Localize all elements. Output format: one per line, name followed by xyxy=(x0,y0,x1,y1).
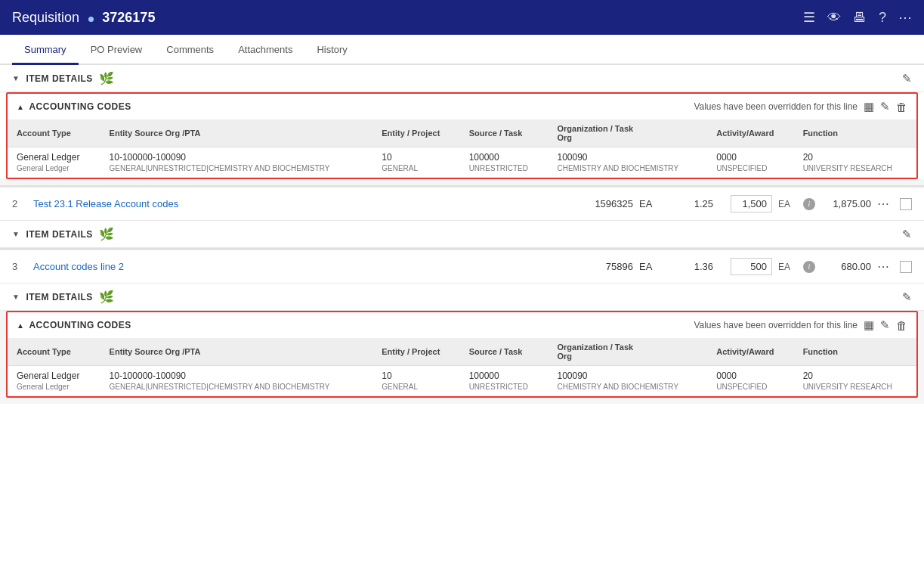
item-details-header-2: ▼ ITEM DETAILS 🌿 ✎ xyxy=(0,221,924,248)
line-qty-box-3 xyxy=(719,258,772,275)
col-entity-src-1: Entity Source Org /PTA xyxy=(100,119,373,147)
line-checkbox-3[interactable] xyxy=(900,261,912,273)
acct-edit-icon-2[interactable]: ✎ xyxy=(880,318,890,332)
item-details-icon-1: 🌿 xyxy=(99,71,115,85)
accounting-label-2: ▲ ACCOUNTING CODES xyxy=(17,320,131,330)
line-more-2[interactable]: ⋯ xyxy=(877,197,891,211)
accounting-table-2: Account Type Entity Source Org /PTA Enti… xyxy=(8,338,916,396)
menu-icon[interactable]: ☰ xyxy=(803,9,815,26)
acct-delete-icon-1[interactable]: 🗑 xyxy=(896,101,907,113)
line-qty-input-2[interactable] xyxy=(731,195,772,212)
col-function-1: Function xyxy=(794,119,916,147)
col-function-2: Function xyxy=(794,338,916,366)
accounting-header-right-1: Values have been overridden for this lin… xyxy=(694,100,907,113)
requisition-number: 3726175 xyxy=(102,10,155,25)
line-row-2: 2 Test 23.1 Release Account codes 159632… xyxy=(0,188,924,221)
activity-cell-2: 0000 UNSPECIFIED xyxy=(707,366,793,396)
line-name-2[interactable]: Test 23.1 Release Account codes xyxy=(33,198,559,209)
acct-copy-icon-1[interactable]: ▦ xyxy=(864,100,874,113)
line-name-3[interactable]: Account codes line 2 xyxy=(33,261,559,272)
source-task-cell-2: 100000 UNRESTRICTED xyxy=(460,366,549,396)
line-qty-uom-2: EA xyxy=(778,199,797,209)
line-qty-uom-3: EA xyxy=(778,262,797,272)
line-catalog-2: 1596325 xyxy=(565,198,633,209)
acct-edit-icon-1[interactable]: ✎ xyxy=(880,100,890,113)
collapse-icon-3[interactable]: ▼ xyxy=(12,293,20,301)
more-options-icon[interactable]: ⋯ xyxy=(898,9,912,26)
app-header: Requisition 3726175 ☰ 👁 🖶 ? ⋯ xyxy=(0,0,924,35)
acct-type-cell-2: General Ledger General Ledger xyxy=(8,366,100,396)
tab-attachments[interactable]: Attachments xyxy=(226,35,304,65)
collapse-icon-2[interactable]: ▼ xyxy=(12,230,20,238)
item-details-edit-1[interactable]: ✎ xyxy=(902,72,912,85)
col-activity-2: Activity/Award xyxy=(707,338,793,366)
accounting-header-2: ▲ ACCOUNTING CODES Values have been over… xyxy=(8,312,916,338)
col-entity-proj-1: Entity / Project xyxy=(372,119,459,147)
item-details-edit-3[interactable]: ✎ xyxy=(902,290,912,304)
function-cell-2: 20 UNIVERSITY RESEARCH xyxy=(794,366,916,396)
line-price-3: 1.36 xyxy=(675,261,713,272)
table-row: General Ledger General Ledger 10-100000-… xyxy=(8,147,916,178)
main-content: ▼ ITEM DETAILS 🌿 ✎ ▲ ACCOUNTING CODES Va… xyxy=(0,65,924,404)
col-org-task-1: Organization / TaskOrg xyxy=(548,119,707,147)
line-checkbox-2[interactable] xyxy=(900,198,912,210)
acct-delete-icon-2[interactable]: 🗑 xyxy=(896,319,907,332)
org-task-cell-2: 100090 CHEMISTRY AND BIOCHEMISTRY xyxy=(548,366,707,396)
col-source-task-2: Source / Task xyxy=(460,338,549,366)
line-number-2: 2 xyxy=(12,198,27,209)
col-entity-src-2: Entity Source Org /PTA xyxy=(100,338,373,366)
tab-summary[interactable]: Summary xyxy=(12,35,79,65)
item-details-label-3: ITEM DETAILS xyxy=(26,292,92,302)
line-catalog-3: 75896 xyxy=(565,261,633,272)
col-activity-1: Activity/Award xyxy=(707,119,793,147)
info-icon-3[interactable]: i xyxy=(803,261,815,273)
line-number-3: 3 xyxy=(12,261,27,272)
item-details-label-1: ITEM DETAILS xyxy=(26,73,92,84)
tab-comments[interactable]: Comments xyxy=(154,35,226,65)
line-qty-input-3[interactable] xyxy=(731,258,772,275)
col-acct-type-1: Account Type xyxy=(8,119,100,147)
accounting-collapse-2[interactable]: ▲ xyxy=(17,321,24,330)
title-dot xyxy=(88,17,94,22)
visibility-icon[interactable]: 👁 xyxy=(827,10,841,26)
activity-cell: 0000 UNSPECIFIED xyxy=(707,147,793,178)
accounting-box-2: ▲ ACCOUNTING CODES Values have been over… xyxy=(6,311,918,398)
entity-proj-cell: 10 GENERAL xyxy=(372,147,459,178)
line-price-2: 1.25 xyxy=(675,198,713,209)
accounting-box-1: ▲ ACCOUNTING CODES Values have been over… xyxy=(6,92,918,179)
line-uom-2: EA xyxy=(639,198,669,209)
function-cell: 20 UNIVERSITY RESEARCH xyxy=(794,147,916,178)
item-details-icon-2: 🌿 xyxy=(99,227,115,241)
print-icon[interactable]: 🖶 xyxy=(853,10,867,26)
item-details-edit-2[interactable]: ✎ xyxy=(902,228,912,241)
line-more-3[interactable]: ⋯ xyxy=(877,259,891,274)
line-total-info-3: i 680.00 xyxy=(803,261,871,273)
entity-proj-cell-2: 10 GENERAL xyxy=(372,366,459,396)
line-total-2: 1,875.00 xyxy=(818,198,871,209)
org-task-cell: 100090 CHEMISTRY AND BIOCHEMISTRY xyxy=(548,147,707,178)
item-details-header-1: ▼ ITEM DETAILS 🌿 ✎ xyxy=(0,65,924,92)
line-row-3: 3 Account codes line 2 75896 EA 1.36 EA … xyxy=(0,250,924,284)
override-text-2: Values have been overridden for this lin… xyxy=(694,320,858,330)
tabs-bar: Summary PO Preview Comments Attachments … xyxy=(0,35,924,65)
source-task-cell: 100000 UNRESTRICTED xyxy=(460,147,549,178)
info-icon-2[interactable]: i xyxy=(803,198,815,210)
line-total-info-2: i 1,875.00 xyxy=(803,198,871,210)
line-uom-3: EA xyxy=(639,261,669,272)
tab-history[interactable]: History xyxy=(304,35,359,65)
header-title: Requisition 3726175 xyxy=(12,10,155,26)
help-icon[interactable]: ? xyxy=(879,10,886,26)
acct-type-cell: General Ledger General Ledger xyxy=(8,147,100,178)
col-entity-proj-2: Entity / Project xyxy=(372,338,459,366)
col-org-task-2: Organization / TaskOrg xyxy=(548,338,707,366)
override-text-1: Values have been overridden for this lin… xyxy=(694,101,858,112)
accounting-table-1: Account Type Entity Source Org /PTA Enti… xyxy=(8,119,916,178)
acct-copy-icon-2[interactable]: ▦ xyxy=(864,318,874,332)
tab-po-preview[interactable]: PO Preview xyxy=(79,35,155,65)
col-acct-type-2: Account Type xyxy=(8,338,100,366)
line-qty-box-2 xyxy=(719,195,772,212)
collapse-icon-1[interactable]: ▼ xyxy=(12,74,20,82)
accounting-header-1: ▲ ACCOUNTING CODES Values have been over… xyxy=(8,94,916,119)
item-details-header-3: ▼ ITEM DETAILS 🌿 ✎ xyxy=(0,284,924,311)
accounting-collapse-1[interactable]: ▲ xyxy=(17,103,24,111)
